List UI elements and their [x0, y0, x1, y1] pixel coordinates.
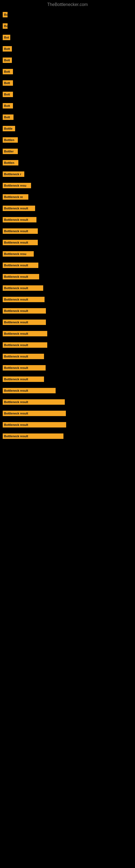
bar-label: Bottleneck result	[3, 331, 47, 336]
bar-row: Bottleneck result	[3, 331, 135, 336]
bar-row: Bo	[3, 12, 135, 18]
bar-row: Bott	[3, 58, 135, 63]
bar-label: Bottleneck result	[3, 319, 46, 325]
bar-label: Bottleneck result	[3, 285, 43, 291]
bar-label: Bott	[3, 69, 13, 74]
bar-row: Bottleneck result	[3, 308, 135, 314]
bar-row: Bottleneck result	[3, 342, 135, 348]
bar-label: Bottleneck result	[3, 365, 46, 371]
bar-row: Bottleneck result	[3, 388, 135, 393]
bar-label: Bo	[3, 12, 8, 18]
bar-row: Bottleneck result	[3, 365, 135, 371]
bar-row: Bottleneck result	[3, 262, 135, 268]
bar-row: Bottleneck resu	[3, 251, 135, 257]
bar-row: Bottleneck result	[3, 422, 135, 428]
bar-label: Bottleneck result	[3, 388, 56, 393]
bar-label: Bottleneck result	[3, 433, 63, 439]
bar-row: Bottlen	[3, 137, 135, 143]
bar-label: Bottleneck result	[3, 262, 38, 268]
bar-label: Bott	[3, 58, 12, 63]
bar-row: Bottleneck result	[3, 297, 135, 302]
bar-label: Bottleneck r	[3, 172, 24, 177]
bar-label: Bottlen	[3, 137, 18, 143]
bar-label: Bot	[3, 35, 10, 40]
bar-row: Bottleneck result	[3, 354, 135, 359]
bar-row: Bottle	[3, 126, 135, 131]
bar-row: Bottleneck result	[3, 411, 135, 416]
bar-label: Bottleneck result	[3, 297, 45, 302]
bar-label: Bott	[3, 92, 13, 97]
bar-row: Bott	[3, 115, 135, 120]
bar-row: Bottleneck result	[3, 274, 135, 279]
bar-label: Bottlen	[3, 160, 18, 165]
bar-label: Bottleneck result	[3, 217, 37, 222]
bar-row: Bottleneck result	[3, 399, 135, 405]
bar-row: Bottlen	[3, 160, 135, 165]
bar-label: Bottleneck result	[3, 354, 44, 359]
bar-label: Bott	[3, 80, 13, 86]
bar-label: Bottleneck result	[3, 274, 39, 279]
bar-label: Bott	[3, 46, 12, 52]
bar-row: Bottleneck result	[3, 206, 135, 211]
bar-row: Bottleneck r	[3, 172, 135, 177]
bar-label: Bottleneck result	[3, 399, 65, 405]
bar-label: Bottleneck result	[3, 342, 47, 348]
bar-label: Bottleneck result	[3, 376, 44, 382]
bar-label: Bottleneck re	[3, 194, 28, 199]
bar-row: Bott	[3, 92, 135, 97]
bar-label: Bottleneck result	[3, 308, 46, 314]
bar-label: Bottleneck result	[3, 228, 38, 234]
bar-row: Bottler	[3, 149, 135, 154]
bar-label: Bottleneck resu	[3, 183, 31, 188]
bar-row: Bottleneck result	[3, 319, 135, 325]
bar-label: Bottle	[3, 126, 15, 131]
bar-row: Bott	[3, 103, 135, 108]
bar-label: Bottleneck result	[3, 411, 66, 416]
bar-label: Bott	[3, 115, 13, 120]
bar-label: Bottler	[3, 149, 18, 154]
bar-row: Bo	[3, 23, 135, 29]
bar-label: Bottleneck resu	[3, 251, 34, 257]
bar-label: Bottleneck result	[3, 240, 38, 245]
bar-row: Bottleneck resu	[3, 183, 135, 188]
bar-row: Bott	[3, 80, 135, 86]
bar-row: Bottleneck result	[3, 376, 135, 382]
bar-row: Bottleneck result	[3, 228, 135, 234]
bar-label: Bottleneck result	[3, 422, 66, 428]
bar-row: Bottleneck result	[3, 217, 135, 222]
bar-label: Bott	[3, 103, 13, 108]
bar-row: Bot	[3, 35, 135, 40]
bar-row: Bott	[3, 69, 135, 74]
bar-row: Bottleneck re	[3, 194, 135, 199]
bar-label: Bottleneck result	[3, 206, 35, 211]
site-title: TheBottlenecker.com	[0, 0, 135, 9]
bar-row: Bottleneck result	[3, 433, 135, 439]
bars-container: BoBoBotBottBottBottBottBottBottBottBottl…	[0, 9, 135, 447]
bar-row: Bott	[3, 46, 135, 52]
bar-row: Bottleneck result	[3, 240, 135, 245]
bar-row: Bottleneck result	[3, 285, 135, 291]
bar-label: Bo	[3, 23, 8, 29]
